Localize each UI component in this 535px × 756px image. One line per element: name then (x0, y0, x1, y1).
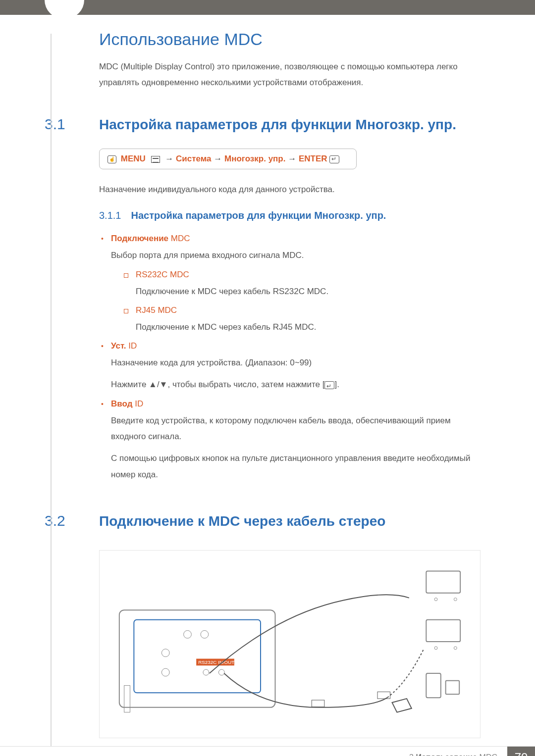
footer-chapter-ref: 3 Использование MDC (409, 753, 497, 756)
subsection-title: Настройка параметров для функции Многозк… (131, 210, 386, 221)
section-title: Настройка параметров для функции Многозк… (99, 116, 456, 134)
svg-rect-15 (426, 620, 460, 642)
svg-rect-1 (134, 620, 261, 693)
arrow-3: → (288, 154, 296, 163)
svg-point-13 (454, 598, 457, 601)
menu-label: MENU (121, 154, 146, 163)
diagram-svg: RS232C IN/OUT (114, 565, 465, 723)
svg-point-14 (434, 598, 437, 601)
svg-point-4 (203, 669, 209, 675)
subsection-3-1-1: 3.1.1Настройка параметров для функции Мн… (99, 210, 481, 221)
intro-paragraph: MDC (Multiple Display Control) это прило… (99, 59, 481, 91)
item-rs232c: RS232C MDC Подключение к MDC через кабел… (121, 270, 481, 300)
section-number: 3.1 (45, 116, 99, 133)
intro-strong: MDC (Multiple Display Control) (99, 62, 214, 71)
svg-point-5 (218, 669, 224, 675)
item-head: Уст. ID (111, 341, 137, 351)
enter-icon (324, 381, 334, 389)
item-desc-2: Нажмите ▲/▼, чтобы выбрать число, затем … (111, 377, 481, 393)
page: Использование MDC MDC (Multiple Display … (0, 0, 535, 756)
section-3-2-header: 3.2 Подключение к MDC через кабель стере… (45, 512, 535, 530)
svg-rect-10 (312, 700, 324, 707)
remote-icon: ☝ (107, 155, 116, 163)
svg-rect-19 (446, 681, 460, 695)
page-footer: 3 Использование MDC 70 (0, 746, 535, 756)
item-rj45: RJ45 MDC Подключение к MDC через кабель … (121, 305, 481, 335)
menu-icon (151, 156, 160, 163)
svg-rect-11 (377, 692, 390, 699)
item-head: RS232C MDC (136, 270, 189, 279)
item-desc-1: Назначение кода для устройства. (Диапазо… (111, 355, 481, 371)
svg-point-9 (161, 669, 169, 677)
item-mdc-connection: Подключение MDC Выбор порта для приема в… (99, 234, 481, 335)
item-head: RJ45 MDC (136, 305, 177, 315)
path-multictl: Многозкр. упр. (224, 154, 288, 163)
section-title: Подключение к MDC через кабель стерео (99, 512, 385, 530)
section-number: 3.2 (45, 512, 99, 529)
page-number: 70 (507, 747, 535, 756)
section-3-1-content: ☝ MENU → Система → Многозкр. упр. → ENTE… (99, 149, 481, 483)
item-enter-id: Ввод ID Введите код устройства, к которо… (99, 399, 481, 483)
arrow-1: → (165, 154, 173, 163)
item-desc: Выбор порта для приема входного сигнала … (111, 248, 481, 263)
chapter-title: Использование MDC (99, 30, 535, 49)
item-head: Подключение MDC (111, 234, 190, 243)
enter-icon (329, 155, 339, 163)
item-desc: Подключение к MDC через кабель RJ45 MDC. (136, 319, 481, 335)
top-bar (0, 0, 535, 15)
svg-point-8 (161, 649, 169, 657)
svg-point-17 (434, 647, 437, 650)
subsection-number: 3.1.1 (99, 210, 121, 221)
svg-rect-2 (124, 686, 130, 712)
item-desc-1: Введите код устройства, к которому подкл… (111, 413, 481, 445)
svg-point-7 (201, 631, 209, 639)
svg-point-16 (454, 647, 457, 650)
enter-label: ENTER (299, 154, 327, 163)
section-3-1-header: 3.1 Настройка параметров для функции Мно… (45, 116, 535, 134)
item-desc: Подключение к MDC через кабель RS232C MD… (136, 284, 481, 300)
item-set-id: Уст. ID Назначение кода для устройства. … (99, 341, 481, 393)
chapter-badge (45, 0, 84, 19)
connection-diagram: RS232C IN/OUT (99, 550, 481, 738)
para-assign-code: Назначение индивидуального кода для данн… (99, 182, 481, 198)
diagram-port-label: RS232C IN/OUT (198, 660, 234, 665)
item-head: Ввод ID (111, 399, 143, 408)
arrow-2: → (214, 154, 222, 163)
menu-path-box: ☝ MENU → Система → Многозкр. упр. → ENTE… (99, 149, 357, 169)
path-system: Система (176, 154, 214, 163)
svg-rect-12 (426, 571, 460, 593)
svg-point-6 (184, 631, 192, 639)
item-desc-2: С помощью цифровых кнопок на пульте дист… (111, 451, 481, 483)
side-line (51, 34, 52, 746)
svg-rect-18 (426, 673, 441, 698)
